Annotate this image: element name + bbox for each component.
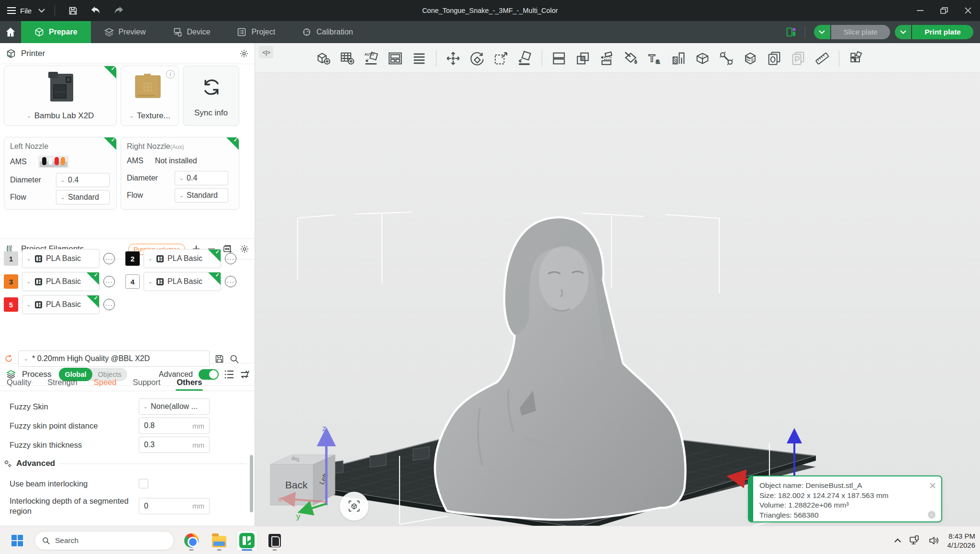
left-flow-select[interactable]: ⌄Standard [56,190,110,204]
print-dropdown-button[interactable] [895,25,911,39]
bust-model[interactable] [436,218,684,519]
tab-preview[interactable]: Preview [91,21,159,43]
plates-manager-icon[interactable] [786,27,796,37]
filament-index-chip[interactable]: 2 [125,251,140,266]
taskbar-bambu-studio[interactable] [236,530,257,551]
nav-cube-front-label[interactable]: Back [285,479,308,490]
undo-button[interactable] [88,3,104,18]
close-button[interactable] [956,0,980,21]
settings-list-icon[interactable] [224,370,234,379]
tab-prepare[interactable]: Prepare [21,21,91,43]
filament-options-button[interactable]: ··· [225,276,236,287]
tab-quality[interactable]: Quality [7,378,31,391]
sync-info-button[interactable]: Sync info [183,66,239,126]
reset-preset-icon[interactable] [4,354,13,363]
tab-device[interactable]: Device [159,21,224,43]
slice-plate-button[interactable]: Slice plate [831,25,891,39]
save-preset-icon[interactable] [214,354,224,364]
printer-card[interactable]: ⌄ Bambu Lab X2D [4,66,117,126]
popup-close-icon[interactable]: ✕ [929,480,936,491]
tab-calibration[interactable]: Calibration [289,21,366,43]
preset-select[interactable]: ⌄ * 0.20mm High Quality @BBL X2D [18,350,210,367]
filament-select[interactable]: ⌄ PLA Basic [22,295,100,314]
plates-page-button[interactable] [787,47,809,69]
advanced-group-header[interactable]: Advanced [3,459,247,468]
info-icon[interactable]: i [166,70,175,79]
network-icon[interactable] [909,535,921,546]
objects-page-button[interactable] [763,47,785,69]
filament-options-button[interactable]: ··· [103,276,115,287]
plate-type-card[interactable]: i ⌄ Texture... [121,66,179,126]
3d-viewport[interactable]: <|> AUTO Ta [255,43,980,526]
move-button[interactable] [442,47,464,69]
tab-project[interactable]: Project [223,21,289,43]
add-object-button[interactable] [312,47,334,69]
left-diameter-select[interactable]: ⌄0.4 [56,173,110,187]
right-nozzle-card[interactable]: Right Nozzle(Aux) AMS Not installed Diam… [121,137,239,210]
taskbar-search[interactable]: Search [34,531,174,550]
print-plate-button[interactable]: Print plate [912,25,973,39]
slice-dropdown-button[interactable] [814,25,830,39]
variable-layer-height-button[interactable] [668,47,690,69]
lay-on-face-button[interactable] [514,47,536,69]
tray-chevron-up-icon[interactable] [894,538,902,543]
panel-scrollbar[interactable] [250,455,253,512]
fuzzy-point-distance-input[interactable]: 0.8mm [139,418,210,434]
filament-select[interactable]: ⌄ PLA Basic [22,272,100,291]
popup-minimize-icon[interactable]: − [928,511,935,519]
redo-button[interactable] [111,3,127,18]
nav-cube-top-label[interactable]: Top [291,456,300,463]
split-to-objects-button[interactable] [596,47,618,69]
search-settings-icon[interactable] [229,354,239,364]
restore-button[interactable] [932,0,956,21]
clone-button[interactable] [572,47,594,69]
taskbar-chrome[interactable] [181,530,202,551]
fuzzy-thickness-input[interactable]: 0.3mm [139,437,210,453]
fuzzy-skin-button[interactable] [739,47,761,69]
filament-select[interactable]: ⌄ PLA Basic [144,272,221,291]
interlocking-depth-input[interactable]: 0mm [139,498,210,514]
right-diameter-select[interactable]: ⌄0.4 [175,171,228,185]
filament-settings-gear-icon[interactable] [240,244,249,254]
filament-select[interactable]: ⌄ PLA Basic [144,249,221,268]
scale-button[interactable] [490,47,512,69]
filament-options-button[interactable]: ··· [103,253,115,264]
tab-support[interactable]: Support [133,378,160,391]
printer-settings-gear-icon[interactable] [239,49,249,58]
chevron-down-icon[interactable] [38,9,45,13]
clock[interactable]: 8:43 PM 4/1/2026 [947,531,975,550]
filament-select[interactable]: ⌄ PLA Basic [22,249,100,268]
layers-list-button[interactable] [408,47,430,69]
file-menu[interactable]: File [7,7,32,15]
taskbar-file-explorer[interactable] [209,530,230,551]
filament-options-button[interactable]: ··· [103,299,115,310]
panel-collapse-handle[interactable]: <|> [259,46,273,58]
color-paint-button[interactable] [620,47,642,69]
measure-button[interactable] [811,47,833,69]
filament-index-chip[interactable]: 3 [4,274,18,289]
tab-others[interactable]: Others [177,378,202,391]
start-button[interactable] [7,530,28,551]
rotate-button[interactable] [466,47,488,69]
filament-options-button[interactable]: ··· [225,253,236,264]
volume-icon[interactable] [928,536,940,545]
nav-cube[interactable]: Back Left Top z x y [270,424,335,521]
compare-presets-icon[interactable] [240,370,249,379]
left-nozzle-card[interactable]: Left Nozzle AMS Diameter ⌄0.4 Flow ⌄Stan… [4,137,117,210]
auto-orient-button[interactable]: AUTO [360,47,382,69]
seam-painting-button[interactable] [715,47,737,69]
beam-interlocking-checkbox[interactable] [139,479,148,488]
fuzzy-skin-select[interactable]: ⌄None(allow ... [139,398,210,415]
3d-scene[interactable]: Back Left Top z x y [255,73,980,526]
minimize-button[interactable] [908,0,932,21]
filament-index-chip[interactable]: 1 [4,251,18,266]
text-tool-button[interactable]: Ta [644,47,666,69]
taskbar-app[interactable] [264,530,285,551]
mesh-boolean-button[interactable] [691,47,713,69]
add-plate-button[interactable] [336,47,358,69]
right-flow-select[interactable]: ⌄Standard [175,188,228,203]
filament-index-chip[interactable]: 4 [125,274,140,289]
fit-view-button[interactable] [340,492,368,520]
tab-speed[interactable]: Speed [94,378,117,391]
arrange-button[interactable] [384,47,406,69]
